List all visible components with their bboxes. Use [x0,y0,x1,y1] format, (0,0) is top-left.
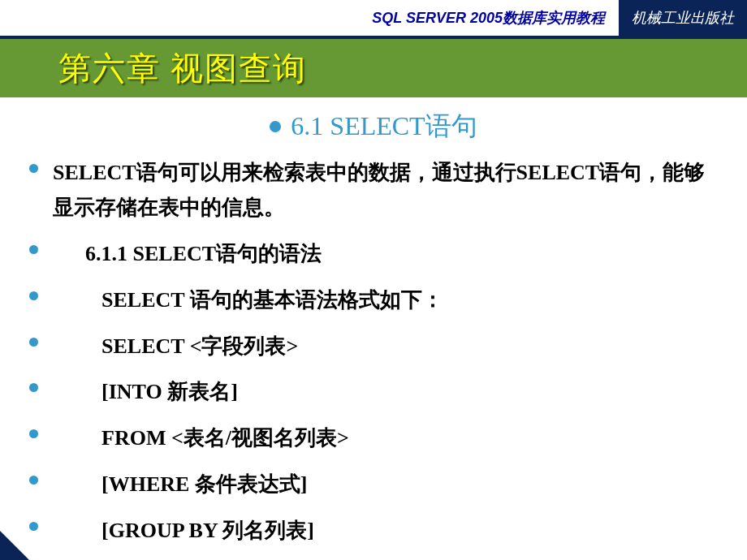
syntax-line: FROM <表名/视图名列表> [24,421,723,456]
subsection-title: 6.1.1 SELECT语句的语法 [53,237,322,272]
bullet-icon [29,522,38,531]
bullet-icon [270,121,281,132]
bullet-icon [29,429,38,438]
syntax-text: [INTO 新表名] [53,375,238,410]
corner-decoration [0,531,29,560]
bullet-icon [29,476,38,485]
syntax-text: [WHERE 条件表达式] [53,467,308,502]
paragraph-line: SELECT语句可以用来检索表中的数据，通过执行SELECT语句，能够显示存储在… [24,156,723,226]
syntax-line: SELECT 语句的基本语法格式如下： [24,283,723,318]
slide-header: SQL SERVER 2005数据库实用教程 机械工业出版社 [0,0,747,36]
chapter-band: 第六章 视图查询 [0,39,747,97]
subsection-line: 6.1.1 SELECT语句的语法 [24,237,723,272]
bullet-icon [29,383,38,392]
bullet-icon [29,291,38,300]
paragraph-text: SELECT语句可以用来检索表中的数据，通过执行SELECT语句，能够显示存储在… [53,156,723,226]
section-heading: 6.1 SELECT语句 [24,109,723,144]
syntax-text: SELECT 语句的基本语法格式如下： [53,283,443,318]
section-title: 6.1 SELECT语句 [291,109,477,144]
syntax-line: SELECT <字段列表> [24,330,723,364]
chapter-title: 第六章 视图查询 [58,46,307,91]
bullet-icon [29,338,38,347]
publisher-label: 机械工业出版社 [619,0,747,36]
syntax-line: [GROUP BY 列名列表] [24,514,723,549]
syntax-text: SELECT <字段列表> [53,330,298,364]
slide-content: 6.1 SELECT语句 SELECT语句可以用来检索表中的数据，通过执行SEL… [0,97,747,549]
bullet-icon [29,164,38,173]
syntax-text: [GROUP BY 列名列表] [53,514,314,549]
syntax-text: FROM <表名/视图名列表> [53,421,349,456]
syntax-line: [INTO 新表名] [24,375,723,410]
bullet-icon [29,245,38,254]
syntax-line: [WHERE 条件表达式] [24,467,723,502]
book-title: SQL SERVER 2005数据库实用教程 [372,8,605,28]
